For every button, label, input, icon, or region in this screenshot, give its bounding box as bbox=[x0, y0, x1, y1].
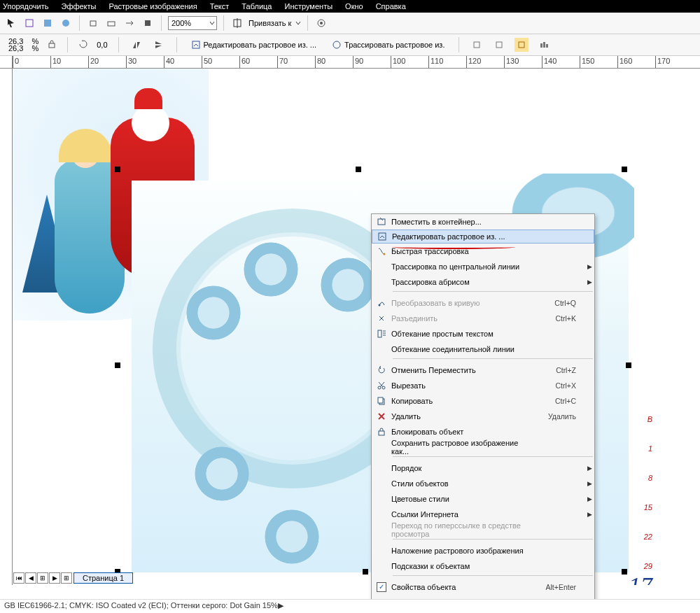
menu-text[interactable]: Текст bbox=[210, 2, 230, 10]
svg-rect-18 bbox=[546, 44, 548, 48]
ctx-item[interactable]: Обтекание простым текстом bbox=[372, 326, 594, 341]
btn-c[interactable] bbox=[59, 16, 73, 30]
btn-b[interactable] bbox=[41, 16, 55, 30]
btn-d[interactable] bbox=[86, 16, 100, 30]
menu-effects[interactable]: Эффекты bbox=[61, 2, 96, 10]
menu-help[interactable]: Справка bbox=[376, 2, 406, 10]
ctx-item[interactable]: Отменить ПереместитьCtrl+Z bbox=[372, 362, 594, 378]
tb-x3[interactable] bbox=[514, 38, 528, 52]
position-readout: 26,3 26,3 bbox=[8, 38, 23, 52]
menu-table[interactable]: Таблица bbox=[241, 2, 272, 10]
menu-arrange[interactable]: Упорядочить bbox=[3, 2, 48, 10]
ctx-item[interactable]: Редактировать растровое из. ... bbox=[372, 230, 594, 244]
ctx-item[interactable]: Порядок▶ bbox=[372, 460, 594, 476]
ctx-item[interactable]: Цветовые стили▶ bbox=[372, 491, 594, 507]
ctx-item[interactable]: КопироватьCtrl+C bbox=[372, 393, 594, 409]
context-menu[interactable]: Поместить в контейнер...Редактировать ра… bbox=[371, 213, 595, 611]
chevron-down-icon bbox=[209, 20, 215, 26]
ctx-item[interactable]: Быстрая трассировка bbox=[372, 244, 594, 259]
svg-rect-3 bbox=[90, 21, 96, 26]
svg-rect-11 bbox=[192, 41, 200, 48]
ctx-item[interactable]: ✓Свойства объектаAlt+Enter bbox=[372, 579, 594, 595]
zoom-value: 200% bbox=[172, 19, 191, 27]
add-page-after-button[interactable]: ⊞ bbox=[61, 572, 72, 584]
svg-rect-13 bbox=[474, 42, 479, 48]
svg-rect-14 bbox=[496, 42, 502, 48]
ctx-item[interactable]: Сохранить растровое изображение как... bbox=[372, 439, 594, 455]
tb-x2[interactable] bbox=[492, 38, 506, 52]
menubar[interactable]: Упорядочить Эффекты Растровые изображени… bbox=[0, 0, 700, 13]
ctx-item[interactable]: Трассировка по центральной линии▶ bbox=[372, 259, 594, 274]
svg-rect-20 bbox=[379, 233, 386, 240]
next-page-button[interactable]: ▶ bbox=[49, 572, 60, 584]
mirror-h-icon[interactable] bbox=[130, 38, 144, 52]
ruler-horizontal: 0102030405060708090100110120130140150160… bbox=[0, 56, 700, 69]
btn-f[interactable] bbox=[122, 16, 136, 30]
size-pct: % % bbox=[31, 38, 38, 52]
selection-handle[interactable] bbox=[363, 569, 368, 575]
ctx-item: РазъединитьCtrl+K bbox=[372, 311, 594, 326]
ctx-item[interactable]: Трассировка абрисом▶ bbox=[372, 274, 594, 290]
canvas[interactable]: В 1 8 15 22 29 17 ⏮ ◀ ⊞ ▶ ⊞ Страница 1 bbox=[13, 69, 700, 585]
selection-handle[interactable] bbox=[626, 362, 631, 368]
ctx-item[interactable]: ВырезатьCtrl+X bbox=[372, 378, 594, 393]
mirror-v-icon[interactable] bbox=[152, 38, 166, 52]
calendar-numbers: В 1 8 15 22 29 bbox=[644, 404, 652, 581]
svg-point-9 bbox=[320, 22, 323, 24]
menu-window[interactable]: Окно bbox=[345, 2, 363, 10]
menu-tools[interactable]: Инструменты bbox=[284, 2, 332, 10]
svg-point-21 bbox=[384, 253, 386, 255]
edit-bitmap-button[interactable]: Редактировать растровое из. ... bbox=[188, 38, 321, 52]
year-fragment: 17 bbox=[629, 572, 652, 585]
add-page-before-button[interactable]: ⊞ bbox=[37, 572, 48, 584]
ctx-item[interactable]: Подсказки к объектам bbox=[372, 558, 594, 574]
svg-rect-31 bbox=[379, 431, 384, 435]
chevron-down-icon[interactable] bbox=[295, 20, 301, 26]
ctx-item[interactable]: Поместить в контейнер... bbox=[372, 214, 594, 230]
svg-point-2 bbox=[62, 20, 69, 27]
selection-handle[interactable] bbox=[115, 167, 120, 172]
page-navigator: ⏮ ◀ ⊞ ▶ ⊞ Страница 1 bbox=[13, 571, 133, 585]
prev-page-button[interactable]: ◀ bbox=[25, 572, 36, 584]
lock-ratio-icon[interactable] bbox=[47, 39, 57, 50]
property-bar: 26,3 26,3 % % 0,0 Редактировать растрово… bbox=[0, 34, 700, 56]
ctx-item[interactable]: Обтекание соединительной линии bbox=[372, 341, 594, 357]
svg-rect-17 bbox=[543, 42, 545, 48]
ctx-item[interactable]: Наложение растрового изображения bbox=[372, 543, 594, 558]
ctx-item: Преобразовать в кривуюCtrl+Q bbox=[372, 295, 594, 311]
selection-handle[interactable] bbox=[622, 569, 627, 575]
svg-rect-23 bbox=[378, 330, 382, 337]
tb-x1[interactable] bbox=[470, 38, 484, 52]
snap-label: Привязать к bbox=[248, 19, 291, 27]
status-bottom: GB IEC61966-2.1; CMYK: ISO Coated v2 (EC… bbox=[0, 599, 700, 613]
selection-handle[interactable] bbox=[356, 167, 361, 172]
selection-handle[interactable] bbox=[622, 167, 627, 172]
rotation-angle[interactable]: 0,0 bbox=[97, 41, 107, 49]
zoom-level-field[interactable]: 200% bbox=[168, 16, 217, 30]
pointer-tool-icon[interactable] bbox=[4, 16, 18, 30]
ctx-item[interactable]: Стили объектов▶ bbox=[372, 476, 594, 491]
svg-rect-30 bbox=[378, 397, 383, 403]
ctx-item[interactable]: Блокировать объект bbox=[372, 424, 594, 439]
btn-a[interactable] bbox=[22, 16, 36, 30]
rotate-icon[interactable] bbox=[78, 39, 88, 50]
ruler-vertical bbox=[0, 69, 13, 585]
btn-g[interactable] bbox=[141, 16, 155, 30]
ctx-item[interactable]: УдалитьУдалить bbox=[372, 409, 594, 424]
ctx-item: Переход по гиперссылке в средстве просмо… bbox=[372, 522, 594, 537]
btn-e[interactable] bbox=[104, 16, 118, 30]
svg-point-12 bbox=[333, 41, 340, 48]
svg-rect-19 bbox=[378, 219, 385, 225]
trace-bitmap-button[interactable]: Трассировать растровое из. bbox=[328, 38, 448, 52]
svg-rect-10 bbox=[49, 43, 55, 48]
selection-handle[interactable] bbox=[115, 362, 120, 368]
snap-icon[interactable] bbox=[230, 16, 244, 30]
page-tab[interactable]: Страница 1 bbox=[74, 572, 133, 584]
options-icon[interactable] bbox=[314, 16, 328, 30]
ctx-item[interactable]: Ссылки Интернета▶ bbox=[372, 507, 594, 522]
tb-x4[interactable] bbox=[537, 38, 551, 52]
svg-rect-5 bbox=[145, 20, 150, 26]
menu-bitmaps[interactable]: Растровые изображения bbox=[108, 2, 197, 10]
svg-rect-4 bbox=[108, 22, 115, 26]
first-page-button[interactable]: ⏮ bbox=[13, 572, 24, 584]
